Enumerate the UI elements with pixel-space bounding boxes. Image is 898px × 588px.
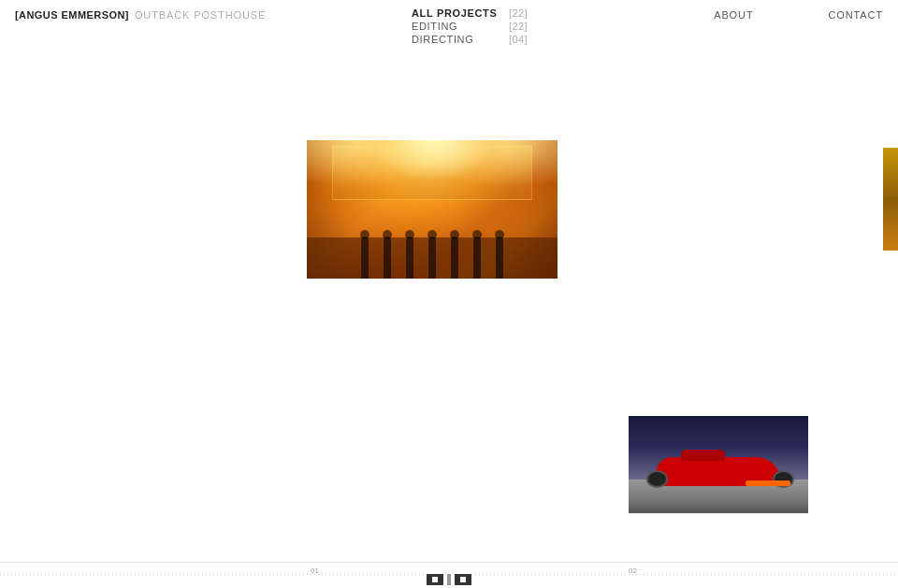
nav-count-editing: [22] xyxy=(509,21,528,32)
nav-label-editing[interactable]: EDITING xyxy=(412,21,505,32)
performer-1 xyxy=(356,227,373,279)
timeline-next-button[interactable] xyxy=(455,574,471,585)
nav-label-directing[interactable]: DIRECTING xyxy=(412,34,505,45)
f1-thumbnail[interactable] xyxy=(629,416,808,513)
performer-7 xyxy=(491,227,508,279)
prev-icon xyxy=(432,577,438,582)
stage-lights xyxy=(307,140,558,223)
right-edge-thumbnail[interactable] xyxy=(883,148,898,251)
next-icon xyxy=(460,577,466,582)
f1-image xyxy=(629,416,808,513)
controls-divider xyxy=(447,574,451,585)
brand-name[interactable]: [ANGUS EMMERSON] xyxy=(15,9,129,21)
performer-2 xyxy=(379,227,396,279)
timeline-prev-button[interactable] xyxy=(427,574,443,585)
f1-accent-stripe xyxy=(746,480,790,486)
contact-link[interactable]: CONTACT xyxy=(828,9,883,21)
nav-label-all-projects[interactable]: ALL PROJECTS xyxy=(412,7,505,19)
concert-image xyxy=(307,140,558,279)
nav-count-all-projects: [22] xyxy=(509,7,528,19)
about-link[interactable]: ABOUT xyxy=(714,9,753,21)
concert-thumbnail[interactable] xyxy=(307,140,558,279)
nav-editing[interactable]: EDITING [22] xyxy=(412,21,528,32)
performers xyxy=(356,227,508,279)
brand-project[interactable]: OUTBACK POSTHOUSE xyxy=(135,9,266,21)
timeline-marker-01: 01 xyxy=(311,566,319,575)
performer-5 xyxy=(446,227,463,279)
timeline-controls xyxy=(427,574,471,585)
nav-directing[interactable]: DIRECTING [04] xyxy=(412,34,528,45)
nav-count-directing: [04] xyxy=(509,34,528,45)
site-header: [ANGUS EMMERSON] OUTBACK POSTHOUSE ALL P… xyxy=(0,0,898,65)
performer-6 xyxy=(469,227,485,279)
brand: [ANGUS EMMERSON] OUTBACK POSTHOUSE xyxy=(15,9,266,21)
performer-3 xyxy=(401,227,418,279)
performer-4 xyxy=(424,227,441,279)
timeline-bar: 01 02 xyxy=(0,562,898,588)
nav-right: ABOUT CONTACT xyxy=(714,9,883,21)
main-content xyxy=(0,65,898,562)
timeline-marker-02: 02 xyxy=(629,566,637,575)
main-nav: ALL PROJECTS [22] EDITING [22] DIRECTING… xyxy=(412,7,528,45)
f1-wheel-front-left xyxy=(646,470,668,488)
nav-all-projects[interactable]: ALL PROJECTS [22] xyxy=(412,7,528,19)
